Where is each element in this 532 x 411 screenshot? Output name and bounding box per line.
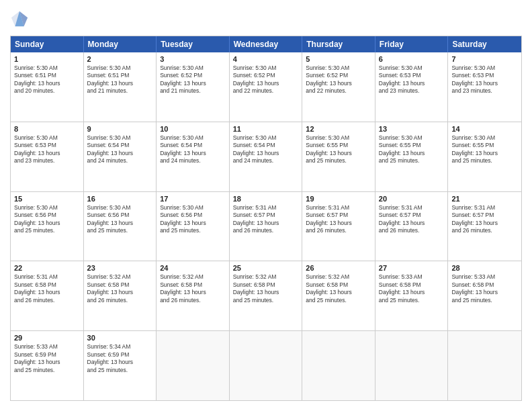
calendar-row: 22Sunrise: 5:31 AM Sunset: 6:58 PM Dayli… [11, 261, 521, 331]
day-info: Sunrise: 5:30 AM Sunset: 6:56 PM Dayligh… [160, 204, 226, 235]
day-info: Sunrise: 5:31 AM Sunset: 6:57 PM Dayligh… [379, 204, 445, 235]
calendar: SundayMondayTuesdayWednesdayThursdayFrid… [10, 36, 522, 401]
calendar-cell: 30Sunrise: 5:34 AM Sunset: 6:59 PM Dayli… [84, 331, 157, 400]
day-number: 9 [87, 125, 153, 133]
day-number: 5 [306, 55, 371, 63]
calendar-cell: 18Sunrise: 5:31 AM Sunset: 6:57 PM Dayli… [230, 192, 303, 261]
day-info: Sunrise: 5:32 AM Sunset: 6:58 PM Dayligh… [233, 273, 299, 304]
day-number: 8 [14, 125, 80, 133]
calendar-cell: 15Sunrise: 5:30 AM Sunset: 6:56 PM Dayli… [11, 192, 84, 261]
calendar-row: 8Sunrise: 5:30 AM Sunset: 6:53 PM Daylig… [11, 122, 521, 192]
day-info: Sunrise: 5:30 AM Sunset: 6:53 PM Dayligh… [379, 64, 445, 95]
calendar-cell: 23Sunrise: 5:32 AM Sunset: 6:58 PM Dayli… [84, 261, 157, 330]
day-info: Sunrise: 5:32 AM Sunset: 6:58 PM Dayligh… [160, 273, 226, 304]
calendar-header-cell: Sunday [11, 36, 84, 52]
calendar-cell [375, 331, 449, 400]
day-info: Sunrise: 5:32 AM Sunset: 6:58 PM Dayligh… [87, 273, 153, 304]
calendar-cell [230, 331, 303, 400]
day-info: Sunrise: 5:30 AM Sunset: 6:51 PM Dayligh… [14, 64, 80, 95]
calendar-cell: 20Sunrise: 5:31 AM Sunset: 6:57 PM Dayli… [375, 192, 449, 261]
calendar-cell: 19Sunrise: 5:31 AM Sunset: 6:57 PM Dayli… [302, 192, 375, 261]
day-info: Sunrise: 5:30 AM Sunset: 6:56 PM Dayligh… [87, 204, 153, 235]
day-number: 14 [451, 125, 518, 133]
day-number: 10 [160, 125, 226, 133]
day-info: Sunrise: 5:30 AM Sunset: 6:52 PM Dayligh… [306, 64, 371, 95]
day-info: Sunrise: 5:30 AM Sunset: 6:54 PM Dayligh… [87, 134, 153, 165]
day-number: 11 [233, 125, 299, 133]
day-number: 7 [451, 55, 518, 63]
calendar-header-cell: Tuesday [157, 36, 230, 52]
day-number: 28 [451, 264, 518, 272]
day-info: Sunrise: 5:30 AM Sunset: 6:54 PM Dayligh… [233, 134, 299, 165]
day-number: 29 [14, 334, 80, 342]
day-number: 19 [306, 195, 371, 203]
calendar-body: 1Sunrise: 5:30 AM Sunset: 6:51 PM Daylig… [11, 52, 521, 400]
day-number: 13 [379, 125, 445, 133]
day-number: 20 [379, 195, 445, 203]
day-info: Sunrise: 5:31 AM Sunset: 6:57 PM Dayligh… [451, 204, 518, 235]
calendar-cell: 26Sunrise: 5:32 AM Sunset: 6:58 PM Dayli… [302, 261, 375, 330]
header [10, 10, 522, 29]
day-number: 26 [306, 264, 371, 272]
day-info: Sunrise: 5:33 AM Sunset: 6:58 PM Dayligh… [451, 273, 518, 304]
calendar-header-cell: Friday [375, 36, 449, 52]
day-info: Sunrise: 5:30 AM Sunset: 6:55 PM Dayligh… [379, 134, 445, 165]
day-number: 6 [379, 55, 445, 63]
calendar-row: 29Sunrise: 5:33 AM Sunset: 6:59 PM Dayli… [11, 331, 521, 400]
calendar-cell: 8Sunrise: 5:30 AM Sunset: 6:53 PM Daylig… [11, 122, 84, 191]
calendar-cell: 24Sunrise: 5:32 AM Sunset: 6:58 PM Dayli… [157, 261, 230, 330]
calendar-cell: 10Sunrise: 5:30 AM Sunset: 6:54 PM Dayli… [157, 122, 230, 191]
calendar-header-cell: Saturday [448, 36, 521, 52]
day-info: Sunrise: 5:30 AM Sunset: 6:53 PM Dayligh… [451, 64, 518, 95]
calendar-cell: 14Sunrise: 5:30 AM Sunset: 6:55 PM Dayli… [448, 122, 521, 191]
day-info: Sunrise: 5:33 AM Sunset: 6:58 PM Dayligh… [379, 273, 445, 304]
calendar-cell [157, 331, 230, 400]
day-info: Sunrise: 5:34 AM Sunset: 6:59 PM Dayligh… [87, 343, 153, 374]
day-info: Sunrise: 5:30 AM Sunset: 6:51 PM Dayligh… [87, 64, 153, 95]
day-number: 27 [379, 264, 445, 272]
calendar-cell: 16Sunrise: 5:30 AM Sunset: 6:56 PM Dayli… [84, 192, 157, 261]
day-number: 21 [451, 195, 518, 203]
page: SundayMondayTuesdayWednesdayThursdayFrid… [0, 0, 532, 411]
day-number: 17 [160, 195, 226, 203]
day-number: 23 [87, 264, 153, 272]
day-number: 30 [87, 334, 153, 342]
day-number: 4 [233, 55, 299, 63]
calendar-cell: 13Sunrise: 5:30 AM Sunset: 6:55 PM Dayli… [375, 122, 449, 191]
calendar-cell: 2Sunrise: 5:30 AM Sunset: 6:51 PM Daylig… [84, 52, 157, 122]
day-info: Sunrise: 5:30 AM Sunset: 6:54 PM Dayligh… [160, 134, 226, 165]
calendar-cell: 29Sunrise: 5:33 AM Sunset: 6:59 PM Dayli… [11, 331, 84, 400]
day-number: 1 [14, 55, 80, 63]
day-number: 15 [14, 195, 80, 203]
calendar-cell: 6Sunrise: 5:30 AM Sunset: 6:53 PM Daylig… [375, 52, 449, 122]
day-info: Sunrise: 5:30 AM Sunset: 6:52 PM Dayligh… [233, 64, 299, 95]
calendar-cell: 27Sunrise: 5:33 AM Sunset: 6:58 PM Dayli… [375, 261, 449, 330]
day-info: Sunrise: 5:30 AM Sunset: 6:56 PM Dayligh… [14, 204, 80, 235]
day-number: 2 [87, 55, 153, 63]
day-number: 3 [160, 55, 226, 63]
calendar-cell [448, 331, 521, 400]
calendar-cell: 25Sunrise: 5:32 AM Sunset: 6:58 PM Dayli… [230, 261, 303, 330]
calendar-header-cell: Monday [84, 36, 157, 52]
calendar-header-cell: Wednesday [230, 36, 303, 52]
calendar-cell: 5Sunrise: 5:30 AM Sunset: 6:52 PM Daylig… [302, 52, 375, 122]
day-info: Sunrise: 5:30 AM Sunset: 6:55 PM Dayligh… [451, 134, 518, 165]
day-info: Sunrise: 5:31 AM Sunset: 6:58 PM Dayligh… [14, 273, 80, 304]
day-info: Sunrise: 5:33 AM Sunset: 6:59 PM Dayligh… [14, 343, 80, 374]
logo-icon [10, 10, 29, 29]
logo [10, 10, 30, 29]
calendar-cell: 11Sunrise: 5:30 AM Sunset: 6:54 PM Dayli… [230, 122, 303, 191]
day-info: Sunrise: 5:30 AM Sunset: 6:55 PM Dayligh… [306, 134, 371, 165]
calendar-cell: 9Sunrise: 5:30 AM Sunset: 6:54 PM Daylig… [84, 122, 157, 191]
calendar-cell: 22Sunrise: 5:31 AM Sunset: 6:58 PM Dayli… [11, 261, 84, 330]
calendar-cell: 7Sunrise: 5:30 AM Sunset: 6:53 PM Daylig… [448, 52, 521, 122]
calendar-cell: 12Sunrise: 5:30 AM Sunset: 6:55 PM Dayli… [302, 122, 375, 191]
day-info: Sunrise: 5:30 AM Sunset: 6:52 PM Dayligh… [160, 64, 226, 95]
day-number: 24 [160, 264, 226, 272]
calendar-header: SundayMondayTuesdayWednesdayThursdayFrid… [11, 36, 521, 52]
calendar-cell: 4Sunrise: 5:30 AM Sunset: 6:52 PM Daylig… [230, 52, 303, 122]
day-number: 25 [233, 264, 299, 272]
day-info: Sunrise: 5:32 AM Sunset: 6:58 PM Dayligh… [306, 273, 371, 304]
calendar-row: 15Sunrise: 5:30 AM Sunset: 6:56 PM Dayli… [11, 192, 521, 262]
calendar-cell [302, 331, 375, 400]
